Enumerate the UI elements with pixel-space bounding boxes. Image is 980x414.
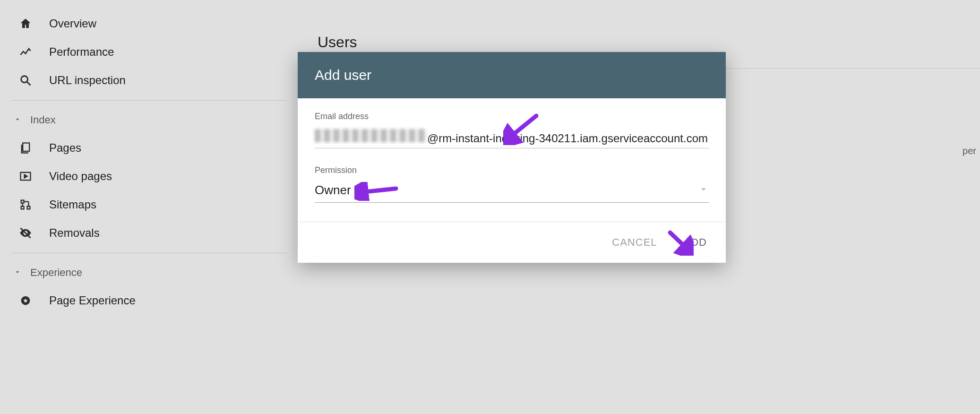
email-domain: @rm-instant-indexing-340211.iam.gservice… [427, 132, 708, 145]
email-label: Email address [315, 112, 709, 121]
add-user-dialog: Add user Email address @rm-instant-index… [298, 52, 726, 263]
add-button[interactable]: ADD [682, 233, 709, 252]
dialog-body: Email address @rm-instant-indexing-34021… [298, 98, 726, 212]
permission-select[interactable]: Owner [315, 183, 709, 203]
email-input[interactable]: @rm-instant-indexing-340211.iam.gservice… [315, 129, 709, 148]
dialog-title: Add user [315, 67, 709, 83]
permission-label: Permission [315, 165, 709, 175]
permission-value: Owner [315, 183, 351, 198]
dialog-header: Add user [298, 52, 726, 98]
cancel-button[interactable]: CANCEL [610, 233, 659, 252]
caret-down-icon [698, 184, 709, 197]
dialog-footer: CANCEL ADD [298, 222, 726, 263]
email-redacted [315, 129, 426, 142]
